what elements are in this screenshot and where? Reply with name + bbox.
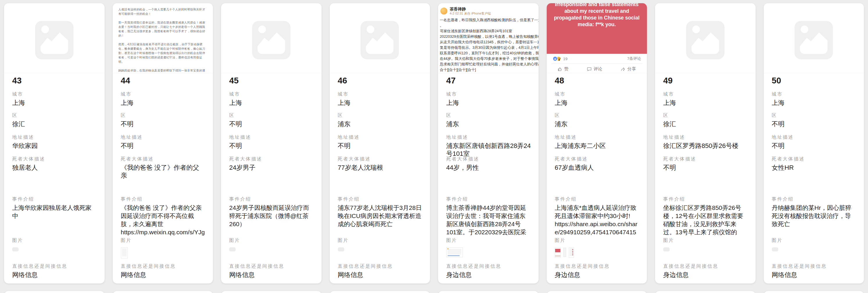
field-label-image: 图片 (229, 237, 314, 243)
field-label-district: 区 (338, 113, 423, 118)
field-value-district: 浦东 (338, 120, 423, 128)
next-row-card-top (438, 291, 539, 293)
weibo-post-text: 一名志愿者，昨日我投入路浦西核酸检测的队伍，但是累了一天后晚上接 。 哥家住浦东… (440, 18, 538, 73)
field-value-address: 上海浦东寿二小区 (555, 142, 640, 150)
weibo-avatar (440, 7, 447, 14)
field-label-city: 城市 (121, 91, 206, 97)
field-label-deceased: 死者大体描述 (229, 156, 314, 162)
field-label-direct: 直接信息还是间接信息 (772, 263, 857, 269)
victim-card-board: 43 城市上海 区徐汇 地址描述华欣家园 死者大体描述独居老人 事件介绍上海华欣… (4, 3, 864, 284)
card-image-area (221, 3, 321, 73)
comments-count[interactable]: 7条评论 (627, 56, 641, 61)
card-number: 47 (446, 76, 456, 85)
card-number: 45 (229, 76, 239, 85)
field-value-address: 华欣家园 (12, 142, 97, 150)
card-43[interactable]: 43 城市上海 区徐汇 地址描述华欣家园 死者大体描述独居老人 事件介绍上海华欣… (4, 3, 105, 284)
image-thumbnail[interactable] (569, 247, 574, 258)
field-value-event: 《我的爸爸 没了》作者的父亲因延误治疗而不得不高位截肢，未久遍离世 https:… (121, 204, 206, 236)
field-label-address: 地址描述 (121, 134, 206, 140)
field-label-deceased: 死者大体描述 (772, 156, 857, 162)
field-label-address: 地址描述 (12, 134, 97, 140)
card-number: 43 (12, 76, 22, 85)
share-button[interactable]: 分享 (620, 66, 636, 72)
card-47[interactable]: 茶香禅静 4-2 02:31 来自 iPhone客户端 一名志愿者，昨日我投入路… (438, 3, 539, 284)
field-label-city: 城市 (229, 91, 314, 97)
field-value-deceased: 24岁男子 (229, 164, 314, 172)
card-45[interactable]: 45 城市上海 区不明 地址描述不明 死者大体描述24岁男子 事件介绍24岁男子… (221, 3, 322, 284)
field-label-city: 城市 (446, 91, 531, 97)
field-value-direct: 网络信息 (121, 271, 206, 279)
field-value-city: 上海 (446, 99, 531, 107)
image-thumbnail[interactable] (446, 247, 463, 257)
field-value-event: 博主茶香禅静44岁的堂哥因延误治疗去世：我哥哥家住浦东新区唐镇创新西路28弄24… (446, 204, 531, 236)
field-value-city: 上海 (121, 99, 206, 107)
field-label-image: 图片 (338, 237, 423, 243)
field-label-event: 事件介绍 (446, 196, 531, 202)
image-placeholder-icon (252, 21, 290, 59)
field-value-event: 上海华欣家园独居老人饿死家中 (12, 204, 97, 220)
field-label-district: 区 (12, 113, 97, 118)
field-label-address: 地址描述 (772, 134, 857, 140)
image-thumbnail[interactable] (12, 247, 19, 252)
image-thumbnail[interactable] (338, 247, 344, 252)
weibo-post-meta: 4-2 02:31 来自 iPhone客户端 (450, 11, 491, 16)
field-label-district: 区 (663, 113, 748, 118)
field-label-district: 区 (121, 113, 206, 118)
weibo-author: 茶香禅静 (450, 7, 491, 11)
field-label-event: 事件介绍 (555, 196, 640, 202)
field-value-direct: 网络信息 (229, 271, 314, 279)
field-label-direct: 直接信息还是间接信息 (338, 263, 423, 269)
field-value-address: 不明 (229, 142, 314, 150)
field-value-direct: 网络信息 (338, 271, 423, 279)
field-value-direct: 身边信息 (663, 271, 748, 279)
card-number: 48 (555, 76, 564, 85)
field-value-deceased: 67岁血透病人 (555, 164, 640, 172)
card-49[interactable]: 49 城市上海 区徐汇 地址描述徐汇区罗秀路850弄26号楼 死者大体描述不明 … (655, 3, 756, 284)
field-label-city: 城市 (555, 91, 640, 97)
field-value-event: 24岁男子因核酸而延误治疗而猝死于浦东医院（微博@红茶260） (229, 204, 314, 228)
field-value-direct: 身边信息 (555, 271, 640, 279)
field-value-address: 不明 (772, 142, 857, 150)
image-thumbnail[interactable] (563, 248, 566, 257)
field-value-deceased: 44岁，男性 (446, 164, 531, 172)
image-thumbnail[interactable] (229, 247, 236, 252)
next-row-card-top (113, 291, 214, 293)
field-value-deceased: 不明 (663, 164, 748, 172)
field-label-address: 地址描述 (663, 134, 748, 140)
card-44[interactable]: 人都没有这样的机会，一个病人需要几十个人的同时帮助和关怀才有可能获得一丝的机会！… (113, 3, 214, 284)
field-label-city: 城市 (772, 91, 857, 97)
like-button[interactable]: 赞 (557, 66, 568, 72)
card-46[interactable]: 46 城市上海 区浦东 地址描述不明 死者大体描述77岁老人沈瑞根 事件介绍浦东… (330, 3, 431, 284)
card-image-area: irresponsible and false statements about… (547, 3, 647, 73)
field-value-direct: 网络信息 (12, 271, 97, 279)
field-value-event: 上海浦东*血透病人延误治疗致死且遗体滞留家中约30小时! https://sha… (555, 204, 640, 236)
next-row-card-top (655, 291, 756, 293)
image-thumbnail[interactable] (555, 247, 561, 258)
field-label-direct: 直接信息还是间接信息 (555, 263, 640, 269)
field-label-image: 图片 (12, 237, 97, 243)
image-thumbnail[interactable] (663, 247, 670, 252)
card-image-area: 茶香禅静 4-2 02:31 来自 iPhone客户端 一名志愿者，昨日我投入路… (438, 3, 538, 73)
card-50[interactable]: 50 城市上海 区不明 地址描述不明 死者大体描述女性HR 事件介绍丹纳赫集团的… (764, 3, 865, 284)
like-reaction-icon (553, 56, 558, 61)
next-row-card-top (4, 291, 105, 293)
comment-button[interactable]: 评论 (587, 66, 602, 72)
image-placeholder-icon (361, 21, 399, 59)
field-label-city: 城市 (663, 91, 748, 97)
card-image-area (655, 3, 755, 73)
field-value-address: 不明 (121, 142, 206, 150)
image-thumbnail[interactable] (772, 247, 778, 252)
field-value-city: 上海 (772, 99, 857, 107)
field-value-district: 不明 (772, 120, 857, 128)
image-thumbnail[interactable] (121, 247, 128, 258)
card-number: 46 (338, 76, 347, 85)
card-image-area (330, 3, 430, 73)
field-label-deceased: 死者大体描述 (446, 156, 531, 162)
field-value-city: 上海 (663, 99, 748, 107)
image-placeholder-icon (35, 21, 73, 59)
field-value-deceased: 《我的爸爸 没了》作者的父亲 (121, 164, 206, 179)
card-number: 49 (663, 76, 673, 85)
next-row-card-top (547, 291, 648, 293)
image-placeholder-icon (795, 21, 833, 59)
card-48[interactable]: irresponsible and false statements about… (547, 3, 648, 284)
